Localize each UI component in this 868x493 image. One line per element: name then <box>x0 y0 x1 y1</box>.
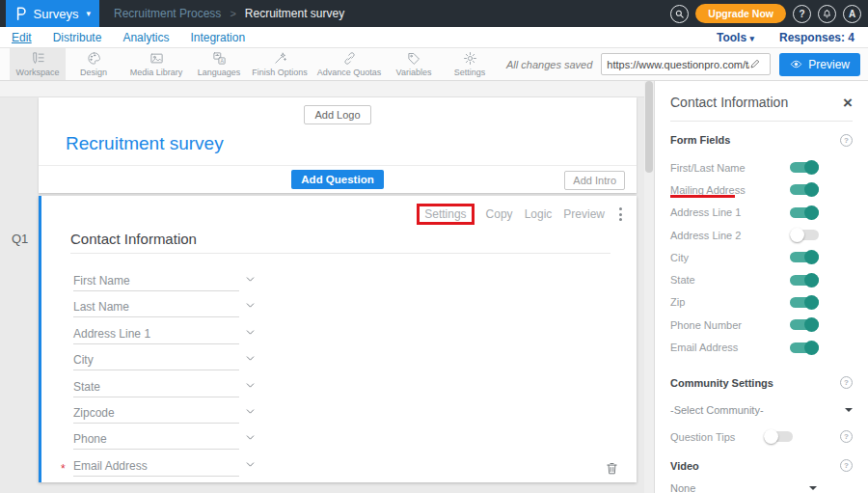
form-field-row[interactable]: * Address Line 1 <box>70 321 610 347</box>
save-status: All changes saved <box>506 59 592 70</box>
field-label: City <box>73 353 94 367</box>
toolbar-item-advance-quotas[interactable]: Advance Quotas <box>312 48 386 80</box>
field-underline <box>73 370 239 370</box>
toggle-knob <box>804 250 819 264</box>
preview-button[interactable]: Preview <box>779 53 860 76</box>
more-options-icon[interactable] <box>616 205 625 223</box>
help-icon[interactable]: ? <box>840 376 853 389</box>
chevron-down-icon[interactable] <box>244 299 257 312</box>
tab-distribute[interactable]: Distribute <box>53 31 102 44</box>
toolbar-item-settings[interactable]: Settings <box>442 48 498 80</box>
toggle-switch[interactable] <box>790 342 819 353</box>
toggle-switch[interactable] <box>790 252 819 262</box>
community-select-value: -Select Community- <box>670 404 764 416</box>
video-select[interactable]: None <box>670 479 817 493</box>
add-logo-button[interactable]: Add Logo <box>304 105 370 124</box>
add-question-button[interactable]: Add Question <box>291 170 383 189</box>
content-area: Q1 Add Logo Recruitment survey Add Quest… <box>0 81 868 493</box>
image-icon <box>149 51 164 66</box>
form-field-row[interactable]: * Zipcode <box>70 400 610 426</box>
responses-count[interactable]: Responses: 4 <box>779 31 854 44</box>
field-underline <box>73 397 239 397</box>
toggle-switch[interactable] <box>790 162 819 173</box>
chevron-down-icon[interactable] <box>244 458 257 471</box>
community-select[interactable]: -Select Community- <box>670 399 853 421</box>
form-field-row[interactable]: * Email Address <box>70 453 610 479</box>
toolbar-item-workspace[interactable]: Workspace <box>10 48 66 80</box>
toolbar-item-media-library[interactable]: Media Library <box>122 48 191 80</box>
required-asterisk: * <box>61 462 66 476</box>
survey-url-input[interactable] <box>607 59 749 70</box>
form-field-toggle-row: Mailing Address <box>670 178 853 201</box>
question-tips-toggle[interactable] <box>764 431 793 442</box>
chevron-down-icon[interactable] <box>244 352 257 365</box>
chevron-down-icon[interactable] <box>244 431 257 444</box>
nav-right: Tools ▾ Responses: 4 <box>717 27 854 48</box>
toggle-label: Email Address <box>670 342 790 353</box>
questionpro-logo-icon <box>14 6 27 21</box>
toggle-label: Address Line 2 <box>670 230 790 241</box>
chevron-down-icon[interactable] <box>244 379 257 392</box>
toggle-switch[interactable] <box>790 230 819 240</box>
edit-url-button[interactable] <box>749 56 761 73</box>
chevron-down-icon[interactable] <box>244 273 257 286</box>
help-icon[interactable]: ? <box>840 459 853 472</box>
breadcrumb-parent[interactable]: Recruitment Process <box>114 7 221 20</box>
form-field-row[interactable]: * Phone <box>70 426 610 452</box>
toggle-label: First/Last Name <box>670 162 790 174</box>
add-intro-button[interactable]: Add Intro <box>564 171 625 190</box>
toggle-label: State <box>670 274 790 286</box>
tools-menu[interactable]: Tools ▾ <box>717 31 754 44</box>
toggle-switch[interactable] <box>790 184 819 195</box>
question-tips-row: Question Tips ? <box>670 426 853 448</box>
upgrade-now-button[interactable]: Upgrade Now <box>695 4 786 23</box>
sidebar-title: Contact Information <box>670 95 788 110</box>
form-field-toggle-row: Address Line 2 <box>670 224 853 246</box>
scrollbar-thumb[interactable] <box>645 81 653 173</box>
chevron-down-icon[interactable] <box>244 326 257 339</box>
toggle-switch[interactable] <box>790 297 819 308</box>
help-icon[interactable]: ? <box>840 430 853 443</box>
toolbar-item-design[interactable]: Design <box>66 48 122 80</box>
question-card: Settings Copy Logic Preview Contact Info… <box>39 196 637 482</box>
canvas-scrollbar <box>644 81 654 493</box>
form-field-row[interactable]: * Last Name <box>70 294 610 320</box>
form-fields-heading-row: Form Fields ? <box>670 134 853 146</box>
search-button[interactable] <box>670 5 689 23</box>
toolbar-item-label: Finish Options <box>252 68 308 77</box>
surveys-menu[interactable]: Surveys ▾ <box>6 0 99 27</box>
tab-integration[interactable]: Integration <box>190 31 245 44</box>
toggle-label: Zip <box>670 296 790 308</box>
field-label: Email Address <box>73 459 148 473</box>
close-icon[interactable]: × <box>843 95 853 111</box>
toolbar-item-variables[interactable]: Variables <box>386 48 442 80</box>
question-title[interactable]: Contact Information <box>70 231 197 247</box>
tab-edit[interactable]: Edit <box>12 31 32 44</box>
community-settings-heading-row: Community Settings ? <box>670 377 853 389</box>
delete-question-button[interactable] <box>605 461 619 476</box>
action-settings[interactable]: Settings <box>417 204 474 225</box>
toggle-switch[interactable] <box>790 275 819 286</box>
survey-title[interactable]: Recruitment survey <box>39 124 637 154</box>
form-field-row[interactable]: * State <box>70 374 610 400</box>
notifications-button[interactable] <box>818 5 836 23</box>
avatar[interactable]: A <box>843 5 861 23</box>
action-copy[interactable]: Copy <box>486 207 513 221</box>
form-field-row[interactable]: * First Name <box>70 268 610 294</box>
settings-sidebar: Contact Information × Form Fields ? Firs… <box>654 81 868 493</box>
help-button[interactable]: ? <box>793 5 811 23</box>
chevron-down-icon[interactable] <box>244 405 257 418</box>
field-label: First Name <box>73 274 130 288</box>
form-field-row[interactable]: * City <box>70 347 610 373</box>
toggle-switch[interactable] <box>790 207 819 218</box>
field-underline <box>73 449 239 450</box>
action-logic[interactable]: Logic <box>525 207 553 221</box>
toolbar-item-finish-options[interactable]: Finish Options <box>247 48 312 80</box>
tab-analytics[interactable]: Analytics <box>122 31 169 44</box>
help-icon[interactable]: ? <box>840 134 853 147</box>
toolbar-item-label: Design <box>80 68 107 77</box>
toolbar-item-languages[interactable]: A Languages <box>191 48 247 80</box>
action-preview[interactable]: Preview <box>563 207 605 221</box>
video-heading-row: Video ? <box>670 460 853 472</box>
toggle-switch[interactable] <box>790 319 819 330</box>
